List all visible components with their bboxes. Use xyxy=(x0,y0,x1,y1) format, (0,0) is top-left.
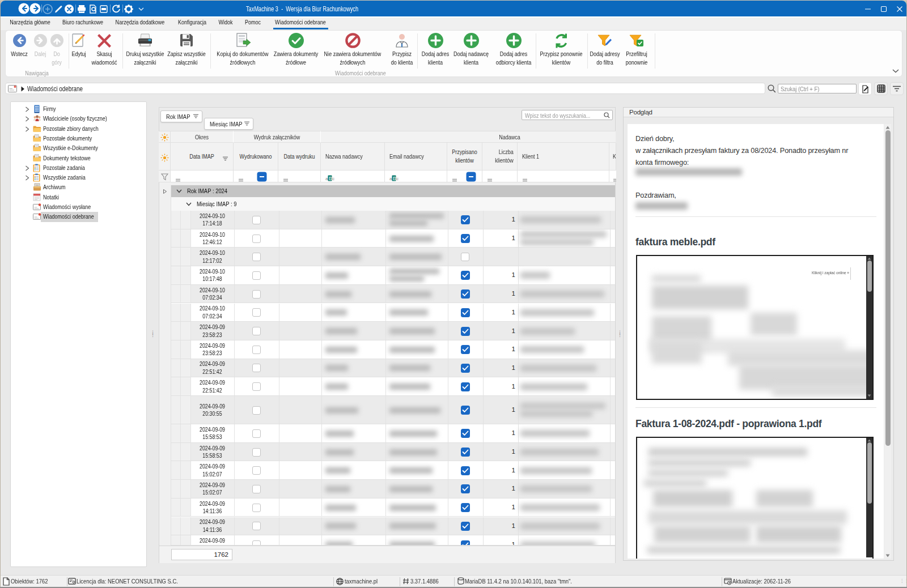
svg-text:a: a xyxy=(325,176,328,181)
svg-text:c: c xyxy=(332,176,334,181)
svg-text:c: c xyxy=(396,176,399,181)
svg-text:a: a xyxy=(389,176,392,181)
